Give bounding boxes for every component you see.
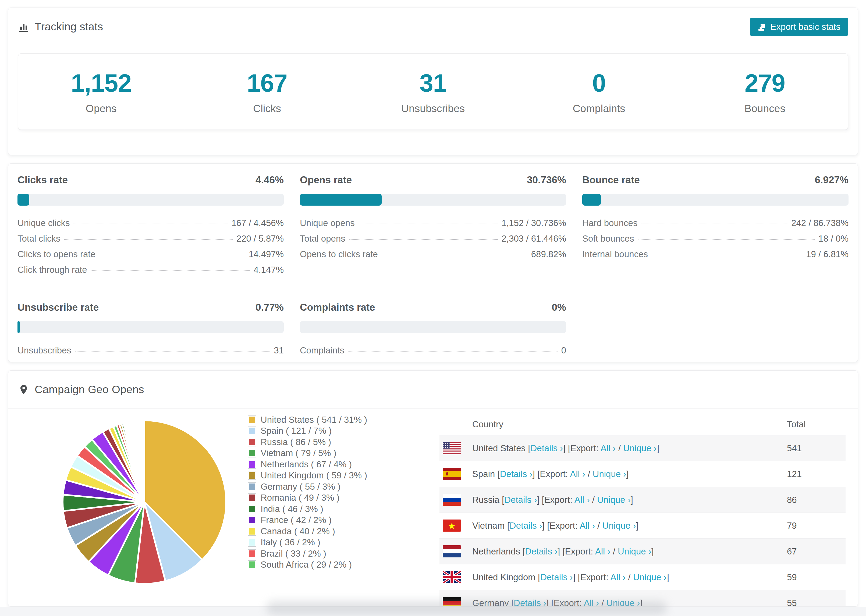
legend-item: Netherlands ( 67 / 4% ) — [248, 459, 367, 470]
nl-flag-icon — [443, 545, 461, 558]
stat-label: Bounces — [745, 103, 785, 115]
rate-row-value: 689.82% — [531, 249, 566, 259]
legend-swatch — [248, 527, 256, 536]
country-column-header: Country — [472, 419, 787, 429]
slash-text: / — [590, 495, 597, 505]
stat-value: 1,152 — [71, 69, 131, 97]
details-link[interactable]: Details › — [504, 495, 537, 505]
rate-row: Soft bounces18 / 0% — [582, 234, 849, 249]
es-flag-icon — [443, 468, 461, 480]
table-row-vn: Vietnam [Details ›] [Export: All › / Uni… — [439, 512, 846, 538]
stats-summary-row: 1,152Opens167Clicks31Unsubscribes0Compla… — [18, 53, 848, 130]
stat-value: 167 — [247, 69, 288, 97]
bounce-rate-title-row: Bounce rate6.927% — [582, 174, 849, 186]
export-all-link[interactable]: All › — [595, 546, 611, 556]
export-unique-link[interactable]: Unique › — [593, 469, 627, 479]
details-link[interactable]: Details › — [540, 572, 573, 582]
export-unique-link[interactable]: Unique › — [633, 572, 667, 582]
legend-item: Canada ( 40 / 2% ) — [248, 526, 367, 537]
details-link[interactable]: Details › — [500, 469, 532, 479]
tracking-stats-card: Tracking stats Export basic stats 1,152O… — [8, 8, 858, 155]
export-all-link[interactable]: All › — [579, 520, 595, 531]
export-unique-link[interactable]: Unique › — [602, 520, 636, 531]
rate-row-value: 220 / 5.87% — [236, 234, 284, 244]
rates-grid: Clicks rate4.46%Unique clicks167 / 4.456… — [17, 174, 849, 361]
geo-table-header: Country Total — [439, 413, 846, 435]
bracket-text: ] — [636, 520, 638, 531]
legend-label: Germany ( 55 / 3% ) — [261, 482, 340, 492]
rate-row: Unsubscribes31 — [17, 345, 284, 361]
legend-item: Romania ( 49 / 3% ) — [248, 492, 367, 504]
legend-label: Vietnam ( 79 / 5% ) — [261, 448, 337, 458]
bracket-text: ] [Export: — [563, 443, 600, 453]
legend-swatch — [248, 560, 256, 569]
export-icon — [757, 23, 766, 31]
legend-item: United Kingdom ( 59 / 3% ) — [248, 470, 367, 481]
stat-box-complaints: 0Complaints — [516, 54, 682, 130]
clicks-rate-value: 4.46% — [255, 174, 284, 186]
rate-row-label: Internal bounces — [582, 249, 648, 259]
legend-swatch — [248, 482, 256, 491]
rate-row-label: Unique clicks — [17, 218, 70, 228]
export-all-link[interactable]: All › — [575, 495, 590, 505]
geo-pie-chart — [61, 418, 228, 586]
total-value: 541 — [787, 443, 846, 453]
details-link[interactable]: Details › — [525, 546, 557, 556]
clicks-rate-title-row: Clicks rate4.46% — [17, 174, 284, 186]
rate-row-label: Total opens — [300, 234, 345, 244]
country-name: United Kingdom [ — [472, 572, 540, 582]
legend-label: United Kingdom ( 59 / 3% ) — [261, 470, 367, 481]
dotted-leader — [638, 239, 815, 240]
details-link[interactable]: Details › — [531, 443, 563, 453]
stat-value: 0 — [592, 69, 606, 97]
legend-swatch — [248, 460, 256, 469]
legend-item: Russia ( 86 / 5% ) — [248, 437, 367, 448]
dotted-leader — [75, 351, 270, 352]
export-unique-link[interactable]: Unique › — [597, 495, 631, 505]
table-row-es: Spain [Details ›] [Export: All › / Uniqu… — [439, 461, 846, 487]
table-row-ru: Russia [Details ›] [Export: All › / Uniq… — [439, 487, 846, 512]
legend-label: Russia ( 86 / 5% ) — [261, 437, 331, 447]
slash-text: / — [625, 572, 633, 582]
complaints-rate-title-row: Complaints rate0% — [300, 302, 566, 313]
country-cell: Vietnam [Details ›] [Export: All › / Uni… — [472, 520, 787, 531]
rate-row: Total clicks220 / 5.87% — [17, 234, 284, 249]
rate-row-value: 18 / 0% — [819, 234, 849, 244]
legend-swatch — [248, 516, 256, 524]
legend-label: United States ( 541 / 31% ) — [261, 415, 367, 425]
flag-cell — [439, 520, 472, 532]
details-link[interactable]: Details › — [510, 520, 542, 531]
country-name: Spain [ — [472, 469, 500, 479]
legend-label: Romania ( 49 / 3% ) — [261, 493, 339, 503]
table-row-gb: United Kingdom [Details ›] [Export: All … — [439, 564, 846, 590]
export-unique-link[interactable]: Unique › — [618, 546, 651, 556]
dotted-leader — [641, 224, 787, 224]
legend-swatch — [248, 471, 256, 480]
rate-row: Clicks to opens rate14.497% — [17, 249, 284, 265]
export-all-link[interactable]: All › — [570, 469, 585, 479]
bar-chart-icon — [18, 21, 29, 33]
rate-row-value: 14.497% — [249, 249, 284, 259]
export-basic-stats-button[interactable]: Export basic stats — [750, 18, 848, 36]
campaign-geo-opens-card: Campaign Geo Opens United States ( 541 /… — [8, 370, 858, 607]
rate-row-value: 19 / 6.81% — [806, 249, 849, 259]
bounce-rate-value: 6.927% — [815, 174, 849, 186]
rate-row-label: Unsubscribes — [17, 345, 71, 355]
export-unique-link[interactable]: Unique › — [623, 443, 657, 453]
dotted-leader — [91, 270, 250, 271]
country-cell: United Kingdom [Details ›] [Export: All … — [472, 572, 787, 582]
legend-swatch — [248, 449, 256, 457]
legend-item: Brazil ( 33 / 2% ) — [248, 548, 367, 559]
flag-cell — [439, 442, 472, 454]
opens-rate-title-row: Opens rate30.736% — [300, 174, 566, 186]
pie-slice-other — [144, 420, 145, 502]
rate-row-label: Click through rate — [17, 265, 87, 275]
export-all-link[interactable]: All › — [611, 572, 626, 582]
bracket-text: ] — [651, 546, 654, 556]
geo-table: Country Total United States [Details ›] … — [439, 413, 846, 607]
export-all-link[interactable]: All › — [601, 443, 616, 453]
clicks-rate-progress-fill — [17, 194, 29, 206]
rate-rows: Unsubscribes31 — [17, 345, 284, 361]
country-name: United States [ — [472, 443, 531, 453]
legend-swatch — [248, 538, 256, 547]
